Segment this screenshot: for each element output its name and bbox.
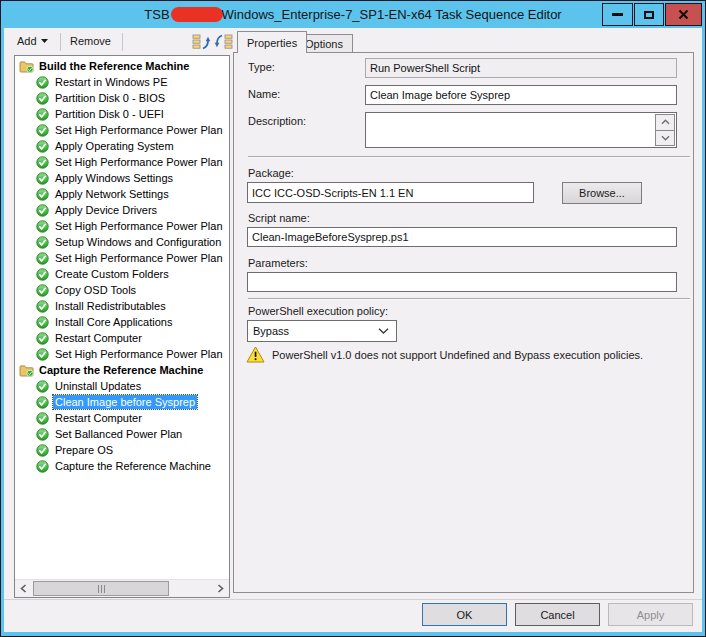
tree-item-row[interactable]: Setup Windows and Configuration <box>16 234 228 250</box>
green-check-icon <box>35 75 50 89</box>
tree-item-label: Apply Device Drivers <box>53 203 159 217</box>
tree-item-row[interactable]: Restart in Windows PE <box>16 74 228 90</box>
tab-properties[interactable]: Properties <box>237 31 307 53</box>
tree-item-row[interactable]: Capture the Reference Machine <box>16 458 228 474</box>
green-check-icon <box>35 379 50 393</box>
tree-item-row[interactable]: Create Custom Folders <box>16 266 228 282</box>
tree-item-row[interactable]: Set High Performance Power Plan <box>16 346 228 362</box>
window-title-suffix: Windows_Enterprise-7_SP1-EN-x64 Task Seq… <box>222 7 562 22</box>
green-check-icon <box>35 347 50 361</box>
tab-properties-label: Properties <box>247 37 297 49</box>
tree-item-label: Restart Computer <box>53 331 144 345</box>
tab-options-label: Options <box>305 38 343 50</box>
add-button-label: Add <box>17 35 37 47</box>
tree-item-row[interactable]: Uninstall Updates <box>16 378 228 394</box>
green-check-icon <box>35 91 50 105</box>
scrollbar-thumb[interactable] <box>33 581 169 596</box>
maximize-button[interactable] <box>634 3 664 26</box>
close-icon <box>678 9 689 20</box>
tree-item-label: Restart in Windows PE <box>53 75 169 89</box>
toolbar-separator <box>60 33 61 51</box>
scroll-left-button[interactable] <box>15 580 32 597</box>
move-up-button[interactable] <box>191 32 211 51</box>
tree-item-label: Set Ballanced Power Plan <box>53 427 184 441</box>
tree-item-row[interactable]: Apply Windows Settings <box>16 170 228 186</box>
tree-item-row[interactable]: Set Ballanced Power Plan <box>16 426 228 442</box>
tree-item-row[interactable]: Restart Computer <box>16 330 228 346</box>
tree-item-row[interactable]: Partition Disk 0 - UEFI <box>16 106 228 122</box>
tree-item-label: Capture the Reference Machine <box>37 363 205 377</box>
green-check-icon <box>35 219 50 233</box>
tree-item-row[interactable]: Set High Performance Power Plan <box>16 250 228 266</box>
tree-group-row[interactable]: Build the Reference Machine <box>16 58 228 74</box>
toolbar-separator <box>122 33 123 51</box>
tree-item-label: Install Core Applications <box>53 315 174 329</box>
move-down-button[interactable] <box>213 32 233 51</box>
folder-check-icon <box>19 59 34 73</box>
green-check-icon <box>35 107 50 121</box>
tree-item-row[interactable]: Apply Network Settings <box>16 186 228 202</box>
tree-item-label: Create Custom Folders <box>53 267 171 281</box>
close-button[interactable] <box>665 3 702 26</box>
properties-panel <box>233 52 694 593</box>
green-check-icon <box>35 331 50 345</box>
ok-button[interactable]: OK <box>422 603 507 626</box>
green-check-icon <box>35 299 50 313</box>
tree-item-label: Prepare OS <box>53 443 115 457</box>
tree-item-label: Apply Operating System <box>53 139 176 153</box>
tree-item-label: Clean Image before Sysprep <box>53 395 197 409</box>
window-title: TSB Windows_Enterprise-7_SP1-EN-x64 Task… <box>144 7 561 22</box>
redaction-blob <box>171 7 223 22</box>
tree-horizontal-scrollbar[interactable] <box>15 579 229 597</box>
tree-item-label: Partition Disk 0 - BIOS <box>53 91 167 105</box>
cancel-button-label: Cancel <box>540 609 574 621</box>
tree-item-row[interactable]: Set High Performance Power Plan <box>16 218 228 234</box>
chevron-right-icon <box>217 584 224 593</box>
remove-button-label: Remove <box>70 35 111 47</box>
green-check-icon <box>35 203 50 217</box>
chevron-left-icon <box>20 584 27 593</box>
apply-button[interactable]: Apply <box>608 603 693 626</box>
green-check-icon <box>35 283 50 297</box>
tree-group-row[interactable]: Capture the Reference Machine <box>16 362 228 378</box>
green-check-icon <box>35 427 50 441</box>
tree-item-row[interactable]: Clean Image before Sysprep <box>16 394 228 410</box>
green-check-icon <box>35 171 50 185</box>
green-check-icon <box>35 267 50 281</box>
tree-item-label: Setup Windows and Configuration <box>53 235 223 249</box>
scrollbar-grip <box>104 585 105 593</box>
move-down-icon <box>214 33 233 51</box>
tree-item-row[interactable]: Set High Performance Power Plan <box>16 122 228 138</box>
tree-item-row[interactable]: Set High Performance Power Plan <box>16 154 228 170</box>
tree-item-row[interactable]: Restart Computer <box>16 410 228 426</box>
tree-item-row[interactable]: Partition Disk 0 - BIOS <box>16 90 228 106</box>
tree-item-row[interactable]: Prepare OS <box>16 442 228 458</box>
tree-item-label: Build the Reference Machine <box>37 59 191 73</box>
tree-item-label: Apply Windows Settings <box>53 171 175 185</box>
chevron-down-icon <box>41 39 48 43</box>
tree-item-row[interactable]: Copy OSD Tools <box>16 282 228 298</box>
green-check-icon <box>35 235 50 249</box>
minimize-button[interactable] <box>602 3 633 26</box>
title-bar: TSB Windows_Enterprise-7_SP1-EN-x64 Task… <box>0 0 706 28</box>
tree-item-label: Install Redistributables <box>53 299 168 313</box>
scroll-right-button[interactable] <box>212 580 229 597</box>
tree-item-label: Set High Performance Power Plan <box>53 251 225 265</box>
green-check-icon <box>35 251 50 265</box>
green-check-icon <box>35 315 50 329</box>
move-up-icon <box>192 33 211 51</box>
scrollbar-grip <box>98 585 99 593</box>
apply-button-label: Apply <box>637 609 665 621</box>
remove-button[interactable]: Remove <box>70 35 111 47</box>
add-button[interactable]: Add <box>17 35 48 47</box>
tree-item-row[interactable]: Install Redistributables <box>16 298 228 314</box>
tree-item-row[interactable]: Install Core Applications <box>16 314 228 330</box>
folder-check-icon <box>19 363 34 377</box>
cancel-button[interactable]: Cancel <box>515 603 600 626</box>
tree-item-row[interactable]: Apply Device Drivers <box>16 202 228 218</box>
green-check-icon <box>35 139 50 153</box>
green-check-icon <box>35 155 50 169</box>
tree-item-row[interactable]: Apply Operating System <box>16 138 228 154</box>
green-check-icon <box>35 123 50 137</box>
tree-item-label: Set High Performance Power Plan <box>53 219 225 233</box>
